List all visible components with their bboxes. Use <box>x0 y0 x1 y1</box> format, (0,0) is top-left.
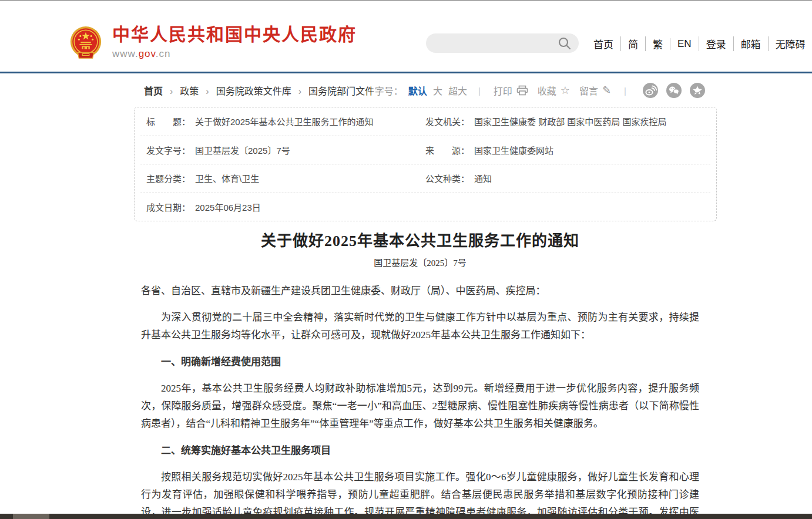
font-size-xlarge[interactable]: 超大 <box>448 83 467 97</box>
qzone-share-icon[interactable] <box>690 83 705 98</box>
star-icon: ☆ <box>561 85 570 96</box>
weibo-share-icon[interactable] <box>643 83 658 98</box>
printer-icon <box>516 85 528 96</box>
toolbar-divider: | <box>624 86 626 96</box>
horizontal-scrollbar-thumb[interactable] <box>13 514 49 519</box>
meta-label-category: 主题分类： <box>146 172 190 184</box>
section-heading-1: 一、明确新增经费使用范围 <box>141 353 699 371</box>
document-number: 国卫基层发〔2025〕7号 <box>141 256 699 268</box>
site-header: 中华人民共和国中央人民政府 www.gov.cn 首页 简 繁 EN 登录 邮箱… <box>0 1 812 73</box>
meta-label-date: 成文日期： <box>146 201 190 213</box>
nav-home[interactable]: 首页 <box>586 36 620 51</box>
comment-button[interactable]: 留言 ✎ <box>579 83 611 97</box>
breadcrumb-home[interactable]: 首页 <box>144 83 163 97</box>
share-buttons <box>635 83 705 98</box>
font-size-label: 字号： <box>375 83 403 97</box>
site-brand[interactable]: 中华人民共和国中央人民政府 www.gov.cn <box>68 25 357 62</box>
meta-label-source: 来 源： <box>425 144 469 156</box>
document-meta-table: 标 题： 关于做好2025年基本公共卫生服务工作的通知 发文机关： 国家卫生健康… <box>134 107 717 221</box>
document-article: 关于做好2025年基本公共卫生服务工作的通知 国卫基层发〔2025〕7号 各省、… <box>134 232 717 519</box>
meta-value-doc-type: 通知 <box>474 172 492 184</box>
meta-row-number: 发文字号： 国卫基层发〔2025〕7号 来 源： 国家卫生健康委网站 <box>140 136 710 164</box>
search-icon[interactable] <box>558 36 572 50</box>
intro-paragraph: 为深入贯彻党的二十届三中全会精神，落实新时代党的卫生与健康工作方针中以基层为重点… <box>141 309 699 344</box>
print-button[interactable]: 打印 <box>494 83 528 97</box>
nav-mail[interactable]: 邮箱 <box>733 36 768 51</box>
document-title: 关于做好2025年基本公共卫生服务工作的通知 <box>141 232 699 250</box>
breadcrumb-department-docs[interactable]: 国务院部门文件 <box>291 83 374 97</box>
search-box[interactable] <box>426 33 579 53</box>
toolbar-divider: | <box>478 86 481 96</box>
meta-label-issuing-agency: 发文机关： <box>425 115 469 127</box>
meta-label-doc-type: 公文种类： <box>425 172 469 184</box>
brand-text: 中华人民共和国中央人民政府 www.gov.cn <box>112 25 357 60</box>
meta-value-doc-number: 国卫基层发〔2025〕7号 <box>195 144 290 156</box>
font-size-large[interactable]: 大 <box>433 83 442 97</box>
favorite-button[interactable]: 收藏 ☆ <box>538 83 570 97</box>
breadcrumb: 首页 政策 国务院政策文件库 国务院部门文件 <box>144 83 374 97</box>
font-size-default[interactable]: 默认 <box>408 83 427 97</box>
top-nav: 首页 简 繁 EN 登录 邮箱 无障碍 <box>586 36 812 51</box>
breadcrumb-policy-library[interactable]: 国务院政策文件库 <box>199 83 291 97</box>
section-paragraph-1: 2025年，基本公共卫生服务经费人均财政补助标准增加5元，达到99元。新增经费用… <box>141 380 699 433</box>
nav-accessibility[interactable]: 无障碍 <box>768 36 812 51</box>
pencil-icon: ✎ <box>602 85 611 96</box>
meta-label-title: 标 题： <box>146 115 190 127</box>
meta-row-date: 成文日期： 2025年06月23日 <box>140 193 710 221</box>
salutation-paragraph: 各省、自治区、直辖市及新疆生产建设兵团卫生健康委、财政厅（局）、中医药局、疾控局… <box>141 282 699 300</box>
horizontal-scrollbar[interactable] <box>0 514 812 519</box>
national-emblem-logo[interactable] <box>68 25 104 62</box>
meta-row-category: 主题分类： 卫生、体育\卫生 公文种类： 通知 <box>140 164 710 193</box>
meta-value-source: 国家卫生健康委网站 <box>474 144 553 156</box>
nav-traditional[interactable]: 繁 <box>645 36 670 51</box>
search-input[interactable] <box>426 33 558 53</box>
meta-value-date: 2025年06月23日 <box>195 201 261 213</box>
meta-row-title: 标 题： 关于做好2025年基本公共卫生服务工作的通知 发文机关： 国家卫生健康… <box>140 107 710 136</box>
site-title[interactable]: 中华人民共和国中央人民政府 <box>112 25 357 45</box>
page-toolbar: 首页 政策 国务院政策文件库 国务院部门文件 字号： 默认 大 超大 | 打印 <box>134 82 717 99</box>
toolbar-controls: 字号： 默认 大 超大 | 打印 收藏 ☆ 留言 <box>375 83 705 98</box>
wechat-share-icon[interactable] <box>666 83 682 98</box>
meta-value-issuing-agency: 国家卫生健康委 财政部 国家中医药局 国家疾控局 <box>474 115 667 127</box>
meta-value-category: 卫生、体育\卫生 <box>195 172 259 184</box>
nav-english[interactable]: EN <box>670 38 699 50</box>
section-paragraph-2: 按照相关服务规范切实做好2025年基本公共卫生服务项目实施工作。强化0～6岁儿童… <box>141 469 699 519</box>
nav-simplified[interactable]: 简 <box>620 36 645 51</box>
main-content: 首页 政策 国务院政策文件库 国务院部门文件 字号： 默认 大 超大 | 打印 <box>134 82 717 519</box>
breadcrumb-policy[interactable]: 政策 <box>163 83 199 97</box>
site-url: www.gov.cn <box>112 48 357 60</box>
meta-label-doc-number: 发文字号： <box>146 144 190 156</box>
section-heading-2: 二、统筹实施好基本公共卫生服务项目 <box>141 442 699 460</box>
meta-value-title: 关于做好2025年基本公共卫生服务工作的通知 <box>195 115 373 127</box>
nav-login[interactable]: 登录 <box>699 36 733 51</box>
